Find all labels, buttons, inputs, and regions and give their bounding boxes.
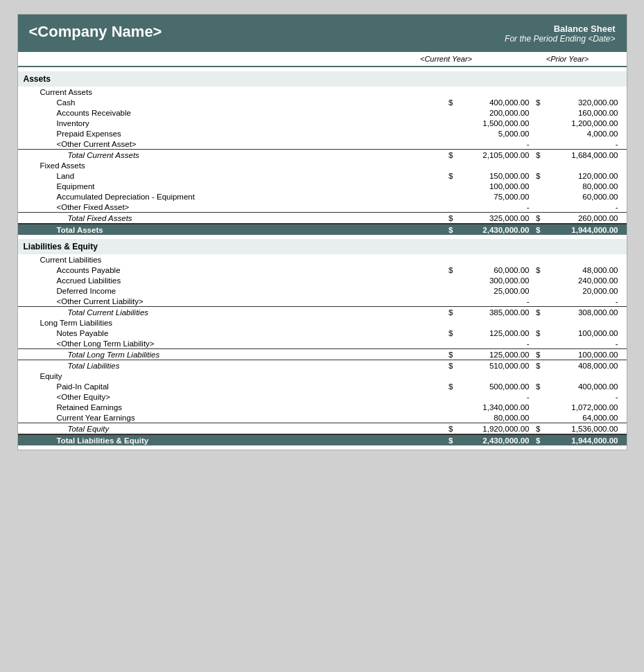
current-liabilities-label-row: Current Liabilities — [18, 254, 627, 265]
total-fixed-assets-row: Total Fixed Assets $ 325,000.00 $ 260,00… — [18, 213, 627, 224]
balance-sheet-table: Assets Current Assets Cash $ 400,000.00 … — [18, 67, 627, 450]
total-assets-row: Total Assets $ 2,430,000.00 $ 1,944,000.… — [18, 224, 627, 235]
liabilities-section-header: Liabilities & Equity — [18, 239, 627, 254]
equity-label-row: Equity — [18, 371, 627, 381]
total-current-assets-row: Total Current Assets $ 2,105,000.00 $ 1,… — [18, 150, 627, 161]
other-lt-liability-row: <Other Long Term Liability> - - — [18, 338, 627, 349]
other-fixed-row: <Other Fixed Asset> - - — [18, 202, 627, 213]
ar-row: Accounts Receivable 200,000.00 160,000.0… — [18, 107, 627, 118]
prepaid-row: Prepaid Expenses 5,000.00 4,000.00 — [18, 128, 627, 139]
header: <Company Name> Balance Sheet For the Per… — [18, 15, 627, 52]
sheet-title: Balance Sheet — [505, 24, 615, 34]
paid-in-capital-row: Paid-In Capital $ 500,000.00 $ 400,000.0… — [18, 381, 627, 391]
total-equity-row: Total Equity $ 1,920,000.00 $ 1,536,000.… — [18, 423, 627, 435]
lt-liabilities-label-row: Long Term Liabilities — [18, 317, 627, 328]
inventory-row: Inventory 1,500,000.00 1,200,000.00 — [18, 118, 627, 128]
current-assets-label-row: Current Assets — [18, 87, 627, 97]
notes-payable-row: Notes Payable $ 125,000.00 $ 100,000.00 — [18, 328, 627, 338]
accum-dep-row: Accumulated Depreciation - Equipment 75,… — [18, 191, 627, 202]
ap-row: Accounts Payable $ 60,000.00 $ 48,000.00 — [18, 265, 627, 275]
total-current-liabilities-row: Total Current Liabilities $ 385,000.00 $… — [18, 307, 627, 318]
sheet-subtitle: For the Period Ending <Date> — [505, 34, 615, 44]
land-row: Land $ 150,000.00 $ 120,000.00 — [18, 170, 627, 181]
sheet-wrapper: <Company Name> Balance Sheet For the Per… — [17, 14, 627, 450]
retained-earnings-row: Retained Earnings 1,340,000.00 1,072,000… — [18, 402, 627, 412]
other-current-liability-row: <Other Current Liability> - - — [18, 296, 627, 307]
deferred-row: Deferred Income 25,000.00 20,000.00 — [18, 285, 627, 296]
fixed-assets-label-row: Fixed Assets — [18, 160, 627, 170]
current-year-earnings-row: Current Year Earnings 80,000.00 64,000.0… — [18, 412, 627, 423]
total-liabilities-equity-row: Total Liabilities & Equity $ 2,430,000.0… — [18, 434, 627, 445]
header-right: Balance Sheet For the Period Ending <Dat… — [505, 24, 615, 44]
other-equity-row: <Other Equity> - - — [18, 391, 627, 402]
assets-section-header: Assets — [18, 71, 627, 87]
col-header-py: <Prior Year> — [516, 55, 627, 63]
col-headers: <Current Year> <Prior Year> — [18, 52, 627, 67]
equipment-row: Equipment 100,000.00 80,000.00 — [18, 181, 627, 191]
cash-row: Cash $ 400,000.00 $ 320,000.00 — [18, 97, 627, 107]
col-header-cy: <Current Year> — [377, 55, 516, 63]
total-lt-liabilities-row: Total Long Term Liabilities $ 125,000.00… — [18, 349, 627, 360]
other-current-asset-row: <Other Current Asset> - - — [18, 139, 627, 150]
total-liabilities-row: Total Liabilities $ 510,000.00 $ 408,000… — [18, 360, 627, 371]
accrued-row: Accrued Liabilities 300,000.00 240,000.0… — [18, 275, 627, 285]
